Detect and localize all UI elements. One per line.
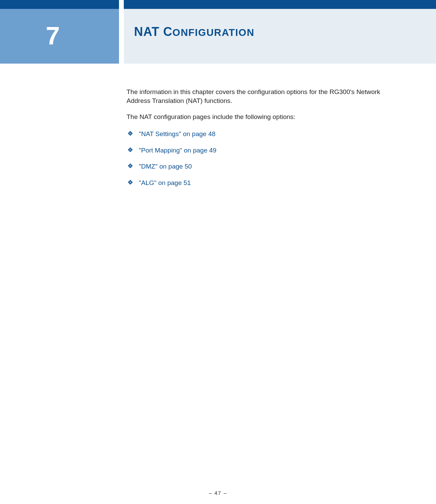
chapter-title-lead: NAT C xyxy=(134,25,172,39)
cross-reference-link[interactable]: "NAT Settings" on page 48 xyxy=(139,130,215,137)
list-item: "ALG" on page 51 xyxy=(127,178,386,187)
chapter-title-band: NAT CONFIGURATION xyxy=(124,9,436,64)
list-item: "Port Mapping" on page 49 xyxy=(127,146,386,155)
chapter-number: 7 xyxy=(0,21,60,50)
diamond-bullet-icon xyxy=(128,163,133,168)
header-bar xyxy=(0,0,436,9)
diamond-bullet-icon xyxy=(128,147,133,152)
list-item: "NAT Settings" on page 48 xyxy=(127,130,386,138)
chapter-tab: 7 xyxy=(0,9,119,64)
cross-reference-link[interactable]: "DMZ" on page 50 xyxy=(139,163,192,170)
diamond-bullet-icon xyxy=(128,180,133,185)
page-footer: – 47 – xyxy=(0,490,436,496)
page-number: – 47 – xyxy=(209,490,227,496)
intro-paragraph-2: The NAT configuration pages include the … xyxy=(127,112,386,121)
diamond-bullet-icon xyxy=(128,131,133,136)
header-bar-gap xyxy=(119,0,124,9)
intro-paragraph-1: The information in this chapter covers t… xyxy=(127,88,386,105)
cross-reference-list: "NAT Settings" on page 48 "Port Mapping"… xyxy=(127,130,386,187)
cross-reference-link[interactable]: "Port Mapping" on page 49 xyxy=(139,147,216,154)
chapter-title-rest: ONFIGURATION xyxy=(172,27,254,38)
content-area: The information in this chapter covers t… xyxy=(127,88,386,195)
cross-reference-link[interactable]: "ALG" on page 51 xyxy=(139,179,191,186)
list-item: "DMZ" on page 50 xyxy=(127,162,386,171)
chapter-title: NAT CONFIGURATION xyxy=(134,25,254,39)
page: 7 NAT CONFIGURATION The information in t… xyxy=(0,0,436,504)
